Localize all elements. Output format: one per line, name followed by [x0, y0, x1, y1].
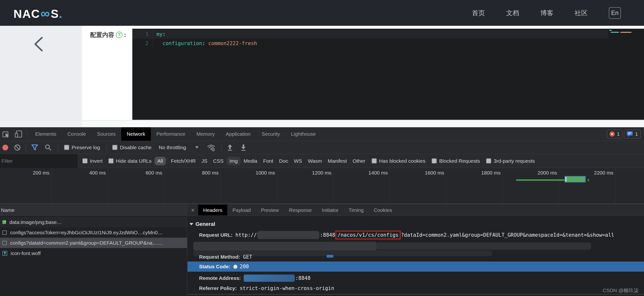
error-count-badge[interactable]: ✕ 1: [607, 130, 622, 138]
tab-network[interactable]: Network: [121, 127, 151, 141]
tab-application-label: Application: [226, 131, 251, 137]
close-details-button[interactable]: ×: [188, 205, 198, 216]
filter-type-css[interactable]: CSS: [210, 157, 226, 165]
yaml-editor[interactable]: 1 my: 2 configuration: common2222-fresh: [132, 29, 644, 120]
logo-infinity-icon: ∞: [40, 6, 50, 21]
font-file-icon: T: [2, 251, 7, 256]
timeline-overview[interactable]: 200 ms 400 ms 600 ms 800 ms 1000 ms 1200…: [0, 168, 644, 204]
logo-text-nac: NAC: [14, 7, 40, 20]
language-toggle-button[interactable]: En: [609, 7, 621, 19]
redacted-remote-ip: [244, 274, 295, 282]
has-blocked-cookies-label: Has blocked cookies: [379, 158, 426, 164]
tab-memory[interactable]: Memory: [191, 127, 220, 141]
remote-address-row: Remote Address: :8848: [199, 274, 644, 282]
waterfall-request-line[interactable]: [516, 179, 564, 181]
filter-type-doc[interactable]: Doc: [276, 157, 291, 165]
invert-checkbox[interactable]: [82, 158, 88, 164]
section-divider: [188, 294, 644, 294]
has-blocked-cookies-checkbox[interactable]: [372, 158, 377, 164]
back-button[interactable]: [32, 36, 45, 52]
filter-type-manifest[interactable]: Manifest: [325, 157, 350, 165]
disable-cache-checkbox[interactable]: [112, 145, 118, 150]
tab-response[interactable]: Response: [284, 205, 317, 216]
general-section-header[interactable]: General: [190, 221, 215, 227]
filter-type-other[interactable]: Other: [350, 157, 368, 165]
filter-type-media[interactable]: Media: [241, 157, 260, 165]
filter-type-fetch-xhr[interactable]: Fetch/XHR: [168, 157, 198, 165]
csdn-watermark: CSDN @楠玖柒: [602, 287, 639, 294]
tab-lighthouse-label: Lighthouse: [291, 131, 316, 137]
filter-type-ws[interactable]: WS: [291, 157, 305, 165]
throttling-select[interactable]: No throttling: [159, 145, 186, 150]
request-name: configs?accessToken=eyJhbGciOiJIUzI1NiJ9…: [10, 230, 163, 236]
tab-headers[interactable]: Headers: [198, 205, 227, 216]
details-tabbar: × Headers Payload Preview Response Initi…: [188, 205, 644, 216]
waterfall-selected-request-bar[interactable]: [564, 176, 586, 182]
screen: NAC∞S. 首页 文档 博客 社区 En 配置内容 ? : 1 my: 2 c…: [0, 0, 644, 296]
referrer-policy-value: strict-origin-when-cross-origin: [240, 286, 334, 291]
tab-timing[interactable]: Timing: [344, 205, 368, 216]
request-row-data-image[interactable]: data:image/png;base…: [0, 217, 187, 227]
request-row-access-token[interactable]: configs?accessToken=eyJhbGciOiJIUzI1NiJ9…: [0, 227, 187, 238]
tab-elements[interactable]: Elements: [30, 127, 62, 141]
tab-lighthouse[interactable]: Lighthouse: [285, 127, 321, 141]
tab-payload[interactable]: Payload: [227, 205, 256, 216]
filter-type-font[interactable]: Font: [260, 157, 276, 165]
search-icon[interactable]: [44, 144, 52, 151]
config-content-label: 配置内容: [90, 31, 114, 39]
import-har-icon[interactable]: [227, 144, 233, 151]
tab-preview[interactable]: Preview: [256, 205, 284, 216]
filter-type-js[interactable]: JS: [198, 157, 210, 165]
request-row-configs-selected[interactable]: configs?dataId=common2.yaml&group=DEFAUL…: [0, 238, 187, 248]
filter-placeholder: Filter: [2, 158, 13, 164]
nav-docs[interactable]: 文档: [506, 9, 519, 17]
tab-cookies[interactable]: Cookies: [369, 205, 397, 216]
filter-type-img[interactable]: Img: [226, 157, 241, 165]
nav-community[interactable]: 社区: [574, 9, 588, 17]
name-column-header[interactable]: Name: [0, 205, 187, 216]
editor-minimap[interactable]: [608, 29, 644, 120]
hide-data-urls-checkbox[interactable]: [108, 158, 114, 164]
export-har-icon[interactable]: [240, 144, 246, 151]
tab-application[interactable]: Application: [220, 127, 256, 141]
tab-initiator[interactable]: Initiator: [317, 205, 344, 216]
network-conditions-icon[interactable]: [207, 144, 216, 151]
request-details-panel: × Headers Payload Preview Response Initi…: [188, 205, 644, 296]
tab-sources[interactable]: Sources: [92, 127, 121, 141]
filter-icon[interactable]: [31, 144, 38, 151]
editor-line-1[interactable]: 1 my:: [132, 30, 608, 39]
throttling-caret-icon[interactable]: [195, 146, 198, 148]
clear-icon[interactable]: [14, 144, 21, 151]
minimap-mark: [609, 30, 612, 31]
separator: [58, 144, 58, 151]
preserve-log-label: Preserve log: [72, 145, 100, 150]
filter-input[interactable]: Filter: [0, 154, 78, 168]
tab-console[interactable]: Console: [62, 127, 92, 141]
preserve-log-checkbox[interactable]: [64, 145, 69, 150]
filter-type-wasm[interactable]: Wasm: [305, 157, 325, 165]
inspect-element-icon[interactable]: [2, 130, 10, 138]
third-party-requests-checkbox[interactable]: [486, 158, 491, 164]
waterfall-request-tick[interactable]: [588, 179, 589, 181]
issues-count-badge[interactable]: 1: [624, 130, 641, 138]
tab-elements-label: Elements: [35, 131, 56, 137]
tab-console-label: Console: [68, 131, 86, 137]
status-code-label: Status Code:: [199, 264, 230, 270]
nav-blog[interactable]: 博客: [540, 9, 554, 17]
request-row-icon-font[interactable]: T icon-font.woff: [0, 248, 187, 258]
editor-line-2[interactable]: 2 configuration: common2222-fresh: [132, 39, 644, 48]
referrer-policy-row: Referrer Policy: strict-origin-when-cros…: [199, 284, 644, 292]
record-button[interactable]: [2, 145, 8, 150]
tab-payload-label: Payload: [232, 207, 251, 213]
request-method-value: GET: [243, 254, 252, 260]
request-url-label: Request URL:: [199, 232, 232, 238]
timeline-tick: 2200 ms: [577, 170, 614, 176]
nav-home[interactable]: 首页: [472, 9, 485, 17]
help-icon[interactable]: ?: [116, 32, 122, 38]
status-code-row-selected[interactable]: Status Code: 200: [188, 262, 644, 272]
filter-type-all[interactable]: All: [154, 157, 166, 165]
device-toolbar-icon[interactable]: [14, 130, 23, 138]
tab-security[interactable]: Security: [256, 127, 285, 141]
blocked-requests-checkbox[interactable]: [432, 158, 437, 164]
tab-performance[interactable]: Performance: [151, 127, 191, 141]
